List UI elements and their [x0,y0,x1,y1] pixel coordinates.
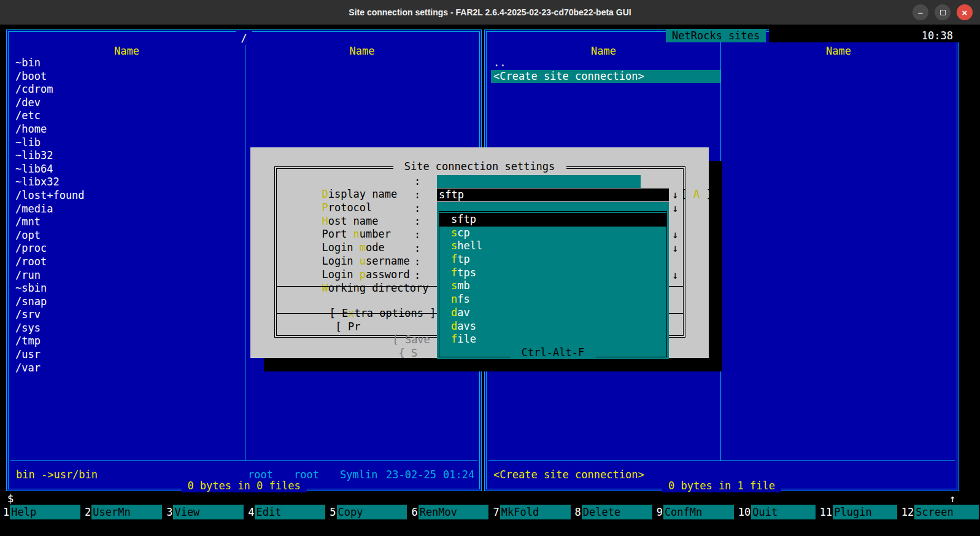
minimize-button[interactable]: – [912,4,928,20]
dropdown-list: sftp scp shell ftp ftps smb nfs dav davs… [439,213,666,346]
display-name-input[interactable] [437,175,641,188]
dropdown-arrow-icon[interactable]: ↓ [672,269,678,282]
label-login-password: Login password : [284,255,410,268]
fkey-confmn[interactable]: 9ConfMn [655,505,734,519]
dropdown-item-file[interactable]: file [439,333,666,346]
label-display-name: Display name : [284,175,397,188]
label-login-username: Login username : [284,242,410,255]
fkey-plugin[interactable]: 11Plugin [818,505,897,519]
right-column-header-2: Name [720,44,957,58]
file-item[interactable]: /home [15,123,473,136]
top-right-strip: 10:38 [769,29,959,42]
left-panel-totals: 0 bytes in 0 files [181,479,306,492]
maximize-button[interactable] [935,4,951,20]
left-column-header-2: Name [245,44,479,58]
dropdown-item-ftp[interactable]: ftp [439,253,666,266]
dropdown-item-shell[interactable]: shell [439,239,666,253]
fkey-renmov[interactable]: 6RenMov [409,505,488,519]
dropdown-item-scp[interactable]: scp [439,227,666,240]
file-item[interactable]: /cdrom [15,83,473,96]
window-controls: – × [912,4,973,20]
status-file-date: 23-02-25 [386,468,436,481]
status-separator [488,460,955,461]
fkey-copy[interactable]: 5Copy [328,505,407,519]
protocol-combobox[interactable]: sftp [437,188,669,201]
status-file-time: 01:24 [443,468,474,481]
file-item[interactable]: /dev [15,96,473,110]
function-key-bar: 1Help 2UserMn 3View 4Edit 5Copy 6RenMov … [0,505,980,519]
dropdown-arrow-icon[interactable]: ↓ [672,202,678,215]
command-prompt[interactable]: $ [7,492,14,505]
fkey-usermn[interactable]: 2UserMn [83,505,162,519]
dropdown-arrow-icon[interactable]: ↓ [672,188,678,201]
right-file-list: .. <Create site connection> [493,56,950,83]
dialog-button-row: [ Extra options ] [ Pr [291,293,436,306]
dialog-title: Site connection settings [393,160,566,173]
dropdown-item-sftp[interactable]: sftp [439,213,666,227]
window-title: Site connection settings - FAR2L 2.6.4-2… [349,7,631,17]
fkey-help[interactable]: 1Help [1,505,80,519]
fkey-delete[interactable]: 8Delete [573,505,652,519]
file-item[interactable]: ~bin [15,56,473,70]
dropdown-item-nfs[interactable]: nfs [439,293,666,306]
label-port-number: Port number : [284,215,391,228]
status-file-name: <Create site connection> [493,468,644,481]
label-host-name: Host name : [284,202,379,215]
close-icon: × [962,8,968,17]
far2l-window: Site connection settings - FAR2L 2.6.4-2… [0,0,980,536]
minimize-icon: – [918,8,923,17]
file-item-selected[interactable]: <Create site connection> [491,70,720,84]
close-button[interactable]: × [957,4,973,20]
fkey-screen[interactable]: 12Screen [900,505,979,519]
save-button[interactable]: [ Save ] [392,333,442,346]
fkey-edit[interactable]: 4Edit [246,505,325,519]
right-panel-title[interactable]: NetRocks sites [666,29,766,42]
dialog-save-row: [ Save ] { S [355,319,442,333]
status-file-kind: Symlin [340,468,377,481]
status-file-name: bin ->usr/bin [16,468,98,481]
dropdown-arrow-icon[interactable]: ↓ [672,228,678,241]
file-item[interactable]: /boot [15,70,473,84]
label-protocol: Protocol : [284,188,372,201]
fkey-view[interactable]: 3View [164,505,244,519]
titlebar[interactable]: Site connection settings - FAR2L 2.6.4-2… [0,0,980,25]
fkey-quit[interactable]: 10Quit [736,505,816,519]
dropdown-item-ftps[interactable]: ftps [439,266,666,280]
left-column-header-1: Name [9,44,245,58]
dropdown-item-davs[interactable]: davs [439,320,666,333]
file-item-up[interactable]: .. [493,56,950,70]
dropdown-arrow-icon[interactable]: ↓ [672,242,678,255]
label-working-directory: Working directory : [284,269,428,282]
dropdown-item-smb[interactable]: smb [439,279,666,293]
right-column-header-1: Name [487,44,720,58]
dropdown-shortcut-hint: Ctrl-Alt-F [511,346,596,359]
clock: 10:38 [922,29,953,42]
left-panel-path[interactable]: / [236,31,252,45]
file-item[interactable]: /etc [15,109,473,123]
dropdown-item-dav[interactable]: dav [439,306,666,320]
right-panel-totals: 0 bytes in 1 file [662,479,781,492]
fkey-mkfold[interactable]: 7MkFold [491,505,570,519]
partial-default-button[interactable]: { S [398,347,417,359]
label-login-mode: Login mode : [284,228,385,241]
maximize-icon [940,10,946,15]
status-separator [10,460,477,461]
protocol-dropdown: sftp scp shell ftp ftps smb nfs dav davs… [437,209,669,359]
scroll-up-icon[interactable]: ↑ [949,492,955,505]
display-name-button[interactable]: [ A ] [643,175,712,188]
